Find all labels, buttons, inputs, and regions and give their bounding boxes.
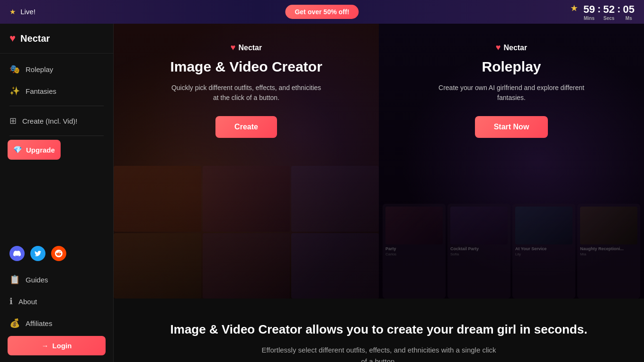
bottom-title: Image & Video Creator allows you to crea…: [170, 322, 588, 337]
deal-button[interactable]: Get over 50% off!: [285, 5, 358, 19]
roleplay-cards-overlay: Party Carlos Cocktail Party Sofia At You…: [379, 204, 644, 299]
sidebar-item-roleplay[interactable]: 🎭 Roleplay: [0, 58, 113, 80]
login-button[interactable]: → Login: [8, 336, 106, 355]
top-banner: ★ Live! Get over 50% off! ★ 59 Mins : 52…: [0, 0, 644, 24]
discord-icon[interactable]: [9, 246, 25, 261]
timer-sep1: :: [597, 3, 600, 15]
start-now-button[interactable]: Start Now: [475, 116, 548, 138]
sidebar-item-guides[interactable]: 📋 Guides: [0, 269, 113, 290]
roleplay-card-user-4: Mia: [580, 252, 637, 256]
promo-section: ♥ Nectar Image & Video Creator Quickly p…: [114, 24, 644, 299]
timer-sep2: :: [617, 3, 620, 15]
card-brand-right: ♥ Nectar: [496, 43, 528, 53]
timer-secs-label: Secs: [603, 16, 614, 21]
card-heart-icon-right: ♥: [496, 43, 501, 53]
roleplay-card-title-1: Party: [385, 246, 443, 251]
timer-secs: 52: [603, 3, 615, 16]
timer-ms-label: Ms: [626, 16, 632, 21]
nav-divider-2: [9, 136, 104, 136]
sidebar-item-create[interactable]: ⊞ Create (Incl. Vid)!: [0, 110, 113, 132]
sidebar-item-fantasies-label: Fantasies: [26, 87, 56, 95]
banner-deal[interactable]: Get over 50% off!: [285, 5, 358, 19]
social-links: [0, 238, 113, 269]
roleplay-card-title-2: Cocktail Party: [450, 246, 508, 251]
roleplay-card-2: Cocktail Party Sofia: [447, 204, 510, 299]
thumbnails-overlay: [114, 166, 379, 299]
roleplay-card-user-1: Carlos: [385, 252, 443, 256]
timer: ★ 59 Mins : 52 Secs : 05 Ms: [571, 3, 635, 21]
roleplay-card-user-2: Sofia: [450, 252, 508, 256]
roleplay-card-title-3: At Your Service: [515, 246, 572, 251]
banner-text: ★ Live!: [9, 8, 36, 16]
sidebar-item-create-label: Create (Incl. Vid)!: [22, 117, 77, 125]
sidebar-nav: 🎭 Roleplay ✨ Fantasies ⊞ Create (Incl. V…: [0, 54, 113, 238]
card-brand-left: ♥ Nectar: [231, 43, 262, 53]
sidebar-item-affiliates-label: Affiliates: [26, 319, 52, 327]
card-title-left: Image & Video Creator: [170, 58, 322, 75]
upgrade-button[interactable]: 💎 Upgrade: [8, 140, 61, 160]
bottom-desc: Effortlessly select different outfits, e…: [260, 344, 497, 362]
sidebar: ♥ Nectar 🎭 Roleplay ✨ Fantasies ⊞ Create…: [0, 24, 114, 362]
card-desc-right: Create your own AI girlfriend and explor…: [436, 83, 587, 103]
affiliates-icon: 💰: [9, 318, 20, 328]
card-content-right: ♥ Nectar Roleplay Create your own AI gir…: [393, 43, 630, 152]
twitter-icon[interactable]: [30, 246, 45, 261]
login-arrow-icon: →: [42, 342, 49, 350]
roleplay-card-1: Party Carlos: [383, 204, 446, 299]
roleplay-card-user-3: Lily: [515, 252, 572, 256]
thumb-2: [203, 166, 290, 232]
roleplay-card-img-2: [450, 207, 508, 244]
guides-icon: 📋: [9, 274, 20, 285]
roleplay-card-3: At Your Service Lily: [512, 204, 575, 299]
thumb-5: [203, 233, 290, 299]
sidebar-item-guides-label: Guides: [26, 276, 48, 284]
roleplay-card-img-4: [580, 207, 637, 244]
logo-heart-icon: ♥: [9, 32, 16, 45]
reddit-icon[interactable]: [51, 246, 66, 261]
promo-card-roleplay: Party Carlos Cocktail Party Sofia At You…: [379, 24, 644, 299]
thumb-3: [291, 166, 379, 232]
create-icon: ⊞: [9, 116, 17, 126]
timer-ms: 05: [623, 3, 635, 16]
timer-mins: 59: [583, 3, 595, 16]
sidebar-item-affiliates[interactable]: 💰 Affiliates: [0, 312, 113, 334]
main-content: ♥ Nectar Image & Video Creator Quickly p…: [114, 24, 644, 362]
timer-mins-label: Mins: [584, 16, 595, 21]
app-name: Nectar: [20, 33, 50, 44]
sidebar-bottom: 📋 Guides ℹ About 💰 Affiliates → Login: [0, 269, 113, 362]
sidebar-logo[interactable]: ♥ Nectar: [0, 24, 113, 54]
sidebar-item-roleplay-label: Roleplay: [26, 65, 53, 73]
create-button[interactable]: Create: [215, 116, 277, 138]
thumb-1: [114, 166, 201, 232]
roleplay-card-img-1: [385, 207, 443, 244]
sidebar-item-fantasies[interactable]: ✨ Fantasies: [0, 80, 113, 102]
sidebar-item-about[interactable]: ℹ About: [0, 290, 113, 312]
roleplay-icon: 🎭: [9, 64, 20, 74]
card-heart-icon-left: ♥: [231, 43, 236, 53]
card-brand-text-left: Nectar: [238, 44, 262, 52]
thumb-4: [114, 233, 201, 299]
roleplay-card-4: Naughty Receptioni... Mia: [577, 204, 640, 299]
roleplay-card-img-3: [515, 207, 572, 244]
card-content-left: ♥ Nectar Image & Video Creator Quickly p…: [128, 43, 365, 152]
fantasies-icon: ✨: [9, 86, 20, 96]
card-title-right: Roleplay: [482, 58, 541, 75]
promo-card-creator: ♥ Nectar Image & Video Creator Quickly p…: [114, 24, 379, 299]
roleplay-card-title-4: Naughty Receptioni...: [580, 246, 637, 251]
about-icon: ℹ: [9, 296, 13, 307]
upgrade-gem-icon: 💎: [13, 145, 22, 154]
nav-divider-1: [9, 106, 104, 106]
sidebar-item-about-label: About: [18, 298, 37, 306]
card-brand-text-right: Nectar: [503, 44, 527, 52]
thumb-6: [291, 233, 379, 299]
card-desc-left: Quickly pick different outfits, effects,…: [170, 83, 322, 103]
bottom-section: Image & Video Creator allows you to crea…: [114, 299, 644, 362]
